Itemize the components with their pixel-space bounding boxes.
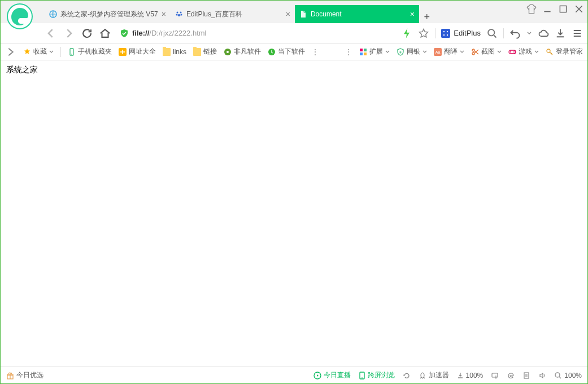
svg-rect-8 (560, 6, 566, 12)
svg-point-13 (447, 30, 448, 32)
tab-2[interactable]: EditPlus_百度百科 × (171, 5, 295, 23)
bookmark-mobile[interactable]: 手机收藏夹 (68, 47, 112, 56)
svg-text:Aa: Aa (435, 50, 441, 54)
touch-icon[interactable] (491, 372, 499, 379)
more-icon[interactable]: ⋮ (345, 48, 352, 56)
undo-dropdown-icon[interactable] (526, 28, 532, 39)
bookmark-dangxia[interactable]: 当下软件 (268, 47, 305, 56)
bookmark-label: 链接 (203, 47, 217, 56)
star-icon[interactable] (418, 28, 429, 39)
svg-rect-28 (360, 53, 363, 55)
accelerator-button[interactable]: 加速器 (419, 370, 449, 380)
new-tab-button[interactable]: + (419, 11, 435, 23)
scissors-icon (471, 48, 479, 56)
mute-icon[interactable] (538, 372, 546, 379)
gift-icon (6, 372, 14, 379)
live-today-button[interactable]: 今日直播 (313, 370, 351, 380)
status-bar: 今日优选 今日直播 跨屏浏览 加速器 100% 100% (1, 366, 587, 383)
svg-rect-29 (364, 53, 367, 55)
svg-point-4 (176, 14, 177, 16)
extensions-button[interactable]: 扩展 (359, 47, 390, 56)
forward-button[interactable] (63, 27, 75, 40)
close-icon[interactable]: × (286, 10, 290, 19)
games-button[interactable]: 游戏 (508, 47, 539, 56)
svg-rect-26 (360, 49, 363, 51)
editplus-icon (441, 29, 450, 38)
close-window-icon[interactable] (574, 4, 584, 14)
paw-icon (175, 10, 183, 18)
folder-icon (193, 48, 201, 56)
back-button[interactable] (45, 27, 57, 40)
svg-point-14 (443, 34, 445, 35)
svg-point-6 (177, 14, 180, 16)
today-pick-button[interactable]: 今日优选 (6, 370, 43, 380)
yen-shield-icon: ¥ (397, 48, 404, 56)
download-icon[interactable] (555, 28, 566, 39)
translate-label: 翻译 (444, 47, 458, 56)
phone-icon (68, 48, 76, 56)
bookmark-links-folder[interactable]: links (163, 48, 186, 56)
svg-point-22 (71, 54, 72, 55)
reload-button[interactable] (81, 27, 93, 40)
restore-icon[interactable] (403, 372, 411, 379)
close-icon[interactable]: × (162, 10, 166, 19)
cloud-icon[interactable] (538, 28, 549, 39)
read-mode-icon[interactable] (522, 372, 530, 379)
bookmark-all-sites[interactable]: 网址大全 (119, 47, 156, 56)
menu-icon[interactable] (572, 28, 583, 39)
home-button[interactable] (99, 27, 111, 40)
login-manager-button[interactable]: 登录管家 (546, 47, 583, 56)
screenshot-button[interactable]: 截图 (471, 47, 502, 56)
globe-icon (49, 10, 57, 18)
tab-3-active[interactable]: Document × (295, 5, 419, 23)
download-icon (457, 372, 464, 379)
netbank-button[interactable]: ¥ 网银 (397, 47, 427, 56)
zoom-icon (554, 372, 562, 379)
today-pick-label: 今日优选 (16, 370, 43, 380)
svg-point-34 (472, 53, 474, 55)
editplus-branding[interactable]: EditPlus (441, 29, 481, 38)
bookmark-label: 手机收藏夹 (78, 47, 112, 56)
lightning-icon[interactable] (401, 28, 412, 39)
shield-icon (120, 29, 129, 38)
translate-button[interactable]: Aa 翻译 (434, 47, 464, 56)
svg-point-15 (447, 34, 448, 35)
zoom-level[interactable]: 100% (554, 372, 582, 379)
tab-bar: 系统之家-织梦内容管理系统 V57 × EditPlus_百度百科 × Docu… (1, 1, 587, 23)
minimize-icon[interactable] (542, 4, 552, 14)
page-body-text: 系统之家 (6, 65, 38, 74)
svg-point-12 (443, 30, 445, 32)
undo-icon[interactable] (509, 28, 521, 39)
folder-icon (163, 48, 171, 56)
more-bookmarks-icon[interactable]: ⋮ (312, 48, 319, 56)
svg-point-2 (176, 12, 178, 14)
ie-mode-icon[interactable] (507, 372, 515, 379)
favorites-button[interactable]: 收藏 (23, 47, 54, 56)
chevron-down-icon (534, 50, 539, 54)
tab-1[interactable]: 系统之家-织梦内容管理系统 V57 × (45, 5, 171, 23)
url-input[interactable]: file:///D:/rjxz/2222.html (117, 26, 395, 41)
rocket-icon (419, 372, 426, 379)
chevron-down-icon (460, 50, 464, 54)
document-icon (299, 10, 307, 18)
login-manager-label: 登录管家 (556, 47, 583, 56)
maximize-icon[interactable] (558, 4, 568, 14)
close-icon[interactable]: × (410, 10, 415, 19)
cross-screen-button[interactable]: 跨屏浏览 (359, 370, 395, 380)
window-controls (526, 4, 584, 14)
favorites-label: 收藏 (33, 47, 47, 56)
bookmark-feifan[interactable]: 非凡软件 (224, 47, 261, 56)
skin-icon[interactable] (526, 4, 537, 14)
search-icon[interactable] (486, 28, 498, 39)
expand-bookmarks-icon[interactable] (5, 46, 16, 58)
chevron-down-icon (385, 50, 390, 54)
address-right-tools: EditPlus (401, 28, 583, 39)
bookmark-right-group: ⋮ 扩展 ¥ 网银 Aa 翻译 截图 游戏 登录管家 (345, 47, 583, 56)
tab-title: 系统之家-织梦内容管理系统 V57 (60, 10, 158, 19)
chevron-down-icon (423, 50, 427, 54)
bookmark-label: 网址大全 (129, 47, 156, 56)
download-progress[interactable]: 100% (457, 372, 484, 379)
svg-rect-11 (441, 29, 450, 38)
separator (435, 28, 435, 38)
bookmark-link-folder[interactable]: 链接 (193, 47, 217, 56)
